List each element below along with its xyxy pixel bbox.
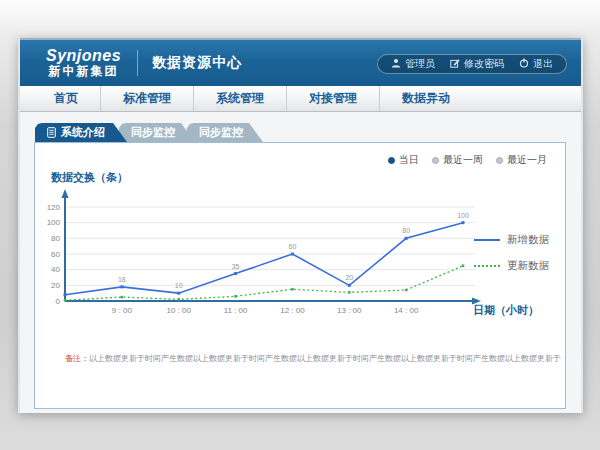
svg-text:18: 18 xyxy=(118,276,126,283)
svg-text:20: 20 xyxy=(345,274,353,281)
time-range-filter: 当日最近一周最近一月 xyxy=(388,153,547,167)
logout-icon xyxy=(519,58,529,70)
svg-text:10: 10 xyxy=(175,282,183,289)
edit-icon xyxy=(450,58,460,70)
app-title: 数据资源中心 xyxy=(152,54,242,72)
tab-bar: 系统介绍同步监控同步监控 xyxy=(35,123,581,142)
chart-legend: 新增数据更新数据 xyxy=(474,233,549,285)
footer-note: 备注：以上数据更新于时间产生数据以上数据更新于时间产生数据以上数据更新于时间产生… xyxy=(65,353,561,364)
radio-dot[interactable] xyxy=(388,157,395,164)
user-action-1[interactable]: 修改密码 xyxy=(450,57,504,71)
svg-text:60: 60 xyxy=(289,243,297,250)
logo-chinese: 新中新集团 xyxy=(46,65,121,78)
svg-text:80: 80 xyxy=(402,227,410,234)
svg-text:10 : 00: 10 : 00 xyxy=(166,306,191,315)
svg-text:80: 80 xyxy=(51,234,60,243)
svg-text:60: 60 xyxy=(51,250,60,259)
legend-line-sample xyxy=(474,239,500,241)
radio-dot[interactable] xyxy=(496,157,503,164)
svg-text:35: 35 xyxy=(232,263,240,270)
tab-2[interactable]: 同步监控 xyxy=(187,123,263,142)
header-divider xyxy=(137,50,138,76)
svg-text:0: 0 xyxy=(56,297,61,306)
nav-item-4[interactable]: 数据异动 xyxy=(379,86,472,111)
tab-0[interactable]: 系统介绍 xyxy=(35,123,127,142)
nav-item-0[interactable]: 首页 xyxy=(32,86,100,111)
radio-option-0[interactable]: 当日 xyxy=(388,153,419,167)
radio-option-1[interactable]: 最近一周 xyxy=(432,153,483,167)
svg-text:12 : 00: 12 : 00 xyxy=(280,306,305,315)
svg-text:100: 100 xyxy=(47,218,61,227)
svg-text:日期（小时）: 日期（小时） xyxy=(473,304,539,317)
nav-item-2[interactable]: 系统管理 xyxy=(193,86,286,111)
document-icon xyxy=(47,127,56,138)
user-action-0[interactable]: 管理员 xyxy=(391,57,435,71)
svg-text:100: 100 xyxy=(457,212,469,219)
logo-english: Synjones xyxy=(46,48,121,65)
svg-text:40: 40 xyxy=(51,265,60,274)
radio-dot[interactable] xyxy=(432,157,439,164)
company-logo: Synjones 新中新集团 xyxy=(46,48,121,77)
nav-item-1[interactable]: 标准管理 xyxy=(100,86,193,111)
tab-1[interactable]: 同步监控 xyxy=(119,123,195,142)
main-nav: 首页标准管理系统管理对接管理数据异动 xyxy=(20,86,581,112)
chart-panel: 当日最近一周最近一月 数据交换（条） 0204060801001209 : 00… xyxy=(34,142,566,409)
user-toolbar: 管理员修改密码退出 xyxy=(377,54,567,74)
y-axis-title: 数据交换（条） xyxy=(51,170,128,185)
user-action-2[interactable]: 退出 xyxy=(519,57,553,71)
user-icon xyxy=(391,58,401,70)
legend-line-sample xyxy=(474,265,500,267)
app-window: Synjones 新中新集团 数据资源中心 管理员修改密码退出 首页标准管理系统… xyxy=(18,38,583,413)
note-prefix: 备注： xyxy=(65,354,89,363)
legend-item-1: 更新数据 xyxy=(474,259,549,273)
radio-option-2[interactable]: 最近一月 xyxy=(496,153,547,167)
note-text: 以上数据更新于时间产生数据以上数据更新于时间产生数据以上数据更新于时间产生数据以… xyxy=(89,354,561,363)
svg-text:14 : 00: 14 : 00 xyxy=(394,306,419,315)
app-header: Synjones 新中新集团 数据资源中心 管理员修改密码退出 xyxy=(20,38,581,86)
svg-text:11 : 00: 11 : 00 xyxy=(224,306,248,315)
svg-text:13 : 00: 13 : 00 xyxy=(337,306,362,315)
svg-text:20: 20 xyxy=(51,281,60,290)
svg-text:120: 120 xyxy=(47,203,61,212)
legend-item-0: 新增数据 xyxy=(474,233,549,247)
nav-item-3[interactable]: 对接管理 xyxy=(286,86,379,111)
content-area: 系统介绍同步监控同步监控 当日最近一周最近一月 数据交换（条） 02040608… xyxy=(20,123,581,424)
svg-text:9 : 00: 9 : 00 xyxy=(112,306,133,315)
